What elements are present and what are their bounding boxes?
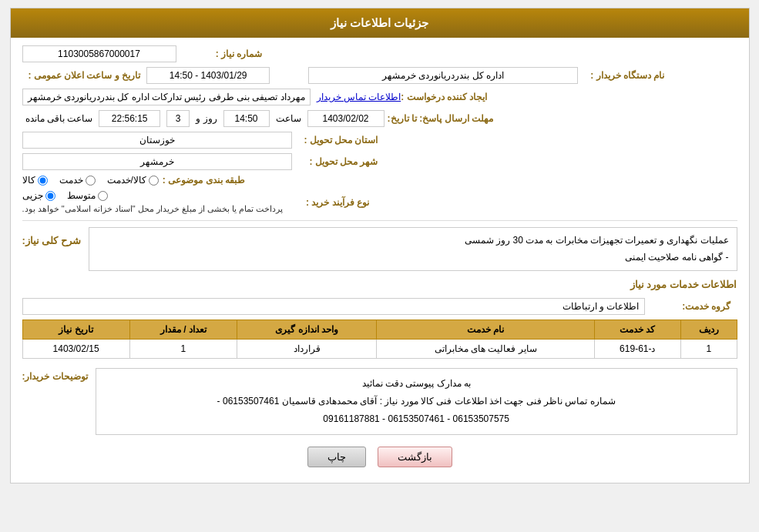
city-value: خرمشهر: [22, 153, 292, 170]
city-label: شهر محل تحویل :: [292, 156, 385, 167]
creator-label: ایجاد کننده درخواست :: [401, 92, 493, 102]
buyer-org-value: اداره کل بندردریانوردی خرمشهر: [308, 67, 578, 84]
category-radio-kala-khadamat[interactable]: [149, 176, 159, 186]
need-number-value: 1103005867000017: [22, 45, 176, 62]
category-radio-khadamat[interactable]: [86, 176, 96, 186]
response-remaining: ساعت باقی مانده: [25, 113, 93, 124]
description-line2: - گواهی نامه صلاحیت ایمنی: [97, 249, 728, 266]
row-date: 1403/02/15: [22, 340, 129, 359]
purchase-note: پرداخت تمام یا بخشی از مبلغ خریدار محل "…: [22, 204, 284, 214]
response-days-label: روز و: [196, 113, 217, 124]
category-radio-kala[interactable]: [38, 176, 48, 186]
description-box: عملیات نگهداری و تعمیرات تجهیزات مخابرات…: [89, 227, 737, 271]
notes-content: به مدارک پیوستی دقت نمائید شماره تماس نا…: [96, 368, 737, 434]
province-label: استان محل تحویل :: [292, 135, 385, 146]
creator-value: مهرداد تصیفی بنی طرفی رئیس تدارکات اداره…: [22, 89, 311, 105]
table-header-quantity: تعداد / مقدار: [129, 320, 237, 340]
table-header-row: ردیف: [681, 320, 737, 340]
response-deadline-label: مهلت ارسال پاسخ: تا تاریخ:: [388, 113, 499, 124]
category-radio-group: کالا/خدمت خدمت کالا: [22, 175, 159, 186]
category-option-kala[interactable]: کالا: [22, 175, 48, 186]
table-header-date: تاریخ نیاز: [22, 320, 129, 340]
purchase-radio-jozi[interactable]: [45, 191, 55, 201]
description-label: شرح کلی نیاز:: [22, 235, 82, 246]
services-info-label: اطلاعات خدمات مورد نیاز: [22, 279, 737, 290]
announce-label: تاریخ و ساعت اعلان عمومی :: [29, 70, 141, 81]
page-title: جزئیات اطلاعات نیاز: [11, 8, 749, 38]
row-name: سایر فعالیت های مخابراتی: [377, 340, 594, 359]
province-value: خوزستان: [22, 132, 292, 149]
purchase-type-motavasset[interactable]: متوسط: [67, 190, 108, 201]
purchase-type-label: نوع فرآیند خرید :: [283, 197, 375, 208]
purchase-type-jozi[interactable]: جزیی: [22, 190, 55, 201]
description-line1: عملیات نگهداری و تعمیرات تجهیزات مخابرات…: [97, 233, 728, 249]
table-header-name: نام خدمت: [377, 320, 594, 340]
response-clock: 22:56:15: [99, 110, 160, 127]
category-option-kala-khadamat[interactable]: کالا/خدمت: [107, 175, 159, 186]
print-button[interactable]: چاپ: [307, 447, 366, 467]
purchase-radio-motavasset[interactable]: [98, 191, 108, 201]
response-date: 1403/02/02: [307, 110, 385, 127]
response-days: 3: [166, 110, 190, 127]
buyer-org-label: نام دستگاه خریدار :: [578, 70, 670, 81]
response-time-label: ساعت: [276, 113, 301, 124]
purchase-type-radio-group: متوسط جزیی: [22, 190, 108, 201]
table-row: 1 د-61-619 سایر فعالیت های مخابراتی قرار…: [22, 340, 737, 359]
notes-line3: 06153507575 - 06153507461 - 09161187881: [102, 410, 730, 428]
need-number-label: شماره نیاز :: [176, 49, 269, 59]
notes-line2: شماره تماس ناظر فنی جهت اخذ اطلاعات فنی …: [102, 393, 730, 410]
table-header-code: کد خدمت: [594, 320, 680, 340]
back-button[interactable]: بازگشت: [378, 447, 452, 467]
notes-line1: به مدارک پیوستی دقت نمائید: [102, 375, 730, 393]
announce-value: 1403/01/29 - 14:50: [146, 67, 270, 84]
response-time: 14:50: [223, 110, 270, 127]
row-code: د-61-619: [594, 340, 680, 359]
row-number: 1: [681, 340, 737, 359]
service-group-value: اطلاعات و ارتباطات: [22, 298, 645, 315]
contact-link[interactable]: اطلاعات تماس خریدار: [317, 92, 401, 102]
category-label: طبقه بندی موضوعی :: [159, 175, 251, 186]
category-option-khadamat[interactable]: خدمت: [59, 175, 96, 186]
row-unit: قرارداد: [237, 340, 377, 359]
row-quantity: 1: [129, 340, 237, 359]
table-header-unit: واحد اندازه گیری: [237, 320, 377, 340]
services-table: ردیف کد خدمت نام خدمت واحد اندازه گیری ت…: [22, 320, 737, 359]
notes-label: توضیحات خریدار:: [22, 368, 88, 382]
service-group-label: گروه خدمت:: [645, 301, 737, 312]
